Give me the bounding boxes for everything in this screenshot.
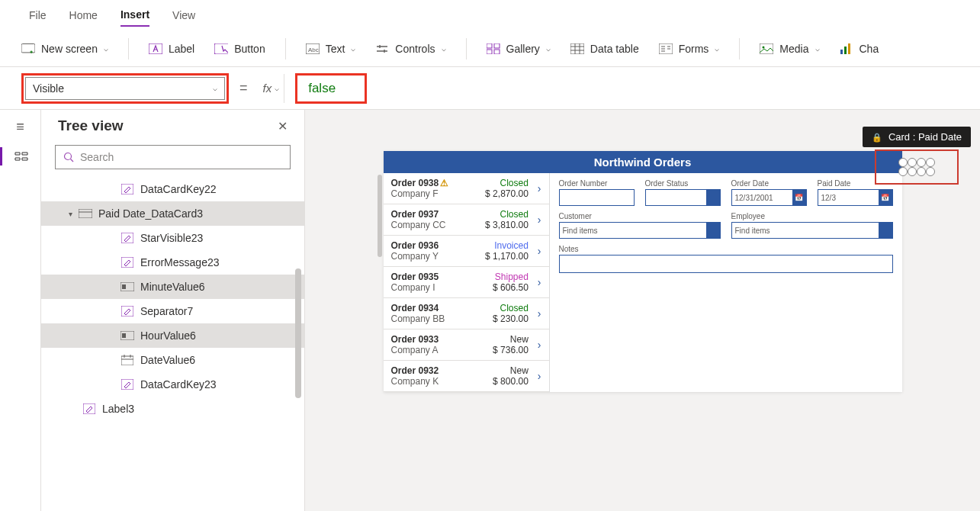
charts-icon [840,42,853,56]
order-price: $ 736.00 [493,345,529,355]
order-status-select[interactable] [645,189,721,206]
svg-rect-10 [659,43,673,54]
notes-label: Notes [559,245,893,253]
menu-insert[interactable]: Insert [120,8,149,27]
tree-item[interactable]: Separator7 [41,299,304,323]
media-button[interactable]: Media ⌵ [760,42,819,56]
order-item[interactable]: Order 0937Company CCClosed$ 3,810.00› [384,204,549,236]
notes-input[interactable] [559,255,893,273]
svg-point-12 [763,46,765,48]
gallery-button[interactable]: Gallery ⌵ [487,42,551,56]
svg-rect-2 [214,43,228,54]
paid-date-val: 12/3 [821,194,836,202]
chevron-down-icon: ⌵ [815,44,820,53]
order-id: Order 0933 [391,334,489,345]
svg-rect-25 [122,333,126,338]
customer-select[interactable]: Find items [559,222,721,239]
order-company: Company K [391,376,489,387]
chevron-down-icon[interactable] [879,223,892,238]
customer-label: Customer [559,212,721,220]
chevron-right-icon[interactable]: › [533,307,541,320]
calendar-icon[interactable]: 📅 [792,190,806,205]
tree-item[interactable]: MinuteValue6 [41,275,304,299]
menu-view[interactable]: View [172,9,195,21]
datatable-icon [570,42,584,56]
order-price: $ 1,170.00 [485,251,529,262]
tree-item[interactable]: DataCardKey22 [41,177,304,201]
edit-icon [120,379,134,390]
chevron-right-icon[interactable]: › [533,339,541,351]
button-button[interactable]: Button [214,42,265,56]
tree-item[interactable]: StarVisible23 [41,226,304,250]
order-company: Company Y [391,251,481,262]
tree-item[interactable]: ▾Paid Date_DataCard3 [41,201,304,226]
svg-rect-13 [840,50,843,54]
search-input[interactable]: Search [55,145,291,169]
label-icon [149,42,162,56]
order-item[interactable]: Order 0935Company IShipped$ 606.50› [384,267,549,298]
svg-rect-14 [844,47,847,54]
menu-file[interactable]: File [29,9,47,21]
svg-rect-6 [494,43,500,48]
controls-button[interactable]: Controls ⌵ [375,42,445,56]
scrollbar[interactable] [378,175,382,257]
formula-input[interactable]: false [295,73,367,104]
property-name: Visible [33,82,64,95]
fx-button[interactable]: fx ⌵ [259,74,285,103]
order-status: Invoiced [485,240,529,251]
tree-list: DataCardKey22▾Paid Date_DataCard3StarVis… [41,177,304,511]
chevron-right-icon[interactable]: › [533,370,541,382]
tree-item[interactable]: DataCardKey23 [41,372,304,397]
tree-item[interactable]: Label3 [41,397,304,421]
order-item[interactable]: Order 0934Company BBClosed$ 230.00› [384,298,549,329]
chevron-right-icon[interactable]: › [533,276,541,288]
tree-item[interactable]: HourValue6 [41,323,304,348]
close-icon[interactable]: ✕ [278,119,288,133]
order-item[interactable]: Order 0933Company ANew$ 736.00› [384,329,549,361]
scrollbar[interactable] [295,268,301,398]
card-tooltip: Card : Paid Date [863,127,971,147]
chevron-right-icon[interactable]: › [533,214,541,226]
selection-handles[interactable] [898,158,935,176]
tree-item-label: StarVisible23 [140,232,203,244]
order-item[interactable]: Order 0932Company KNew$ 800.00› [384,361,549,392]
label-button[interactable]: Label [149,42,194,56]
datatable-button[interactable]: Data table [570,42,639,56]
order-item[interactable]: Order 0936Company YInvoiced$ 1,170.00› [384,236,549,267]
svg-rect-15 [848,43,850,54]
form-area: Order Number Order Status Order Date 12/… [550,173,902,392]
menu-home[interactable]: Home [69,9,98,21]
tree-view-icon[interactable] [0,147,40,166]
order-status: Closed [493,303,529,313]
chevron-right-icon[interactable]: › [533,182,541,194]
new-screen-button[interactable]: New screen ⌵ [21,42,108,56]
edit-icon [82,403,96,414]
paid-date-input[interactable]: 12/3📅 [818,189,893,206]
datatable-btn-text: Data table [590,43,639,55]
order-id: Order 0936 [391,240,481,251]
forms-icon [659,42,673,56]
button-icon [214,42,228,56]
charts-button[interactable]: Cha [840,42,879,56]
forms-button[interactable]: Forms ⌵ [659,42,720,56]
order-date-input[interactable]: 12/31/2001📅 [731,189,807,206]
employee-label: Employee [731,212,893,220]
tree-item[interactable]: DateValue6 [41,348,304,372]
caret-down-icon[interactable]: ▾ [69,210,72,218]
order-number-input[interactable] [559,189,635,206]
hamburger-icon[interactable]: ≡ [16,119,24,135]
calendar-icon[interactable]: 📅 [879,190,892,205]
charts-btn-text: Cha [860,43,879,55]
svg-rect-5 [487,43,492,48]
employee-select[interactable]: Find items [731,222,893,239]
svg-rect-17 [121,184,133,194]
chevron-down-icon[interactable] [706,190,720,205]
tree-item[interactable]: ErrorMessage23 [41,250,304,275]
search-placeholder: Search [80,151,114,163]
order-item[interactable]: Order 0938⚠Company FClosed$ 2,870.00› [384,173,549,204]
property-selector[interactable]: Visible ⌵ [21,73,229,104]
chevron-down-icon[interactable] [706,223,720,238]
text-button[interactable]: Abc Text ⌵ [306,42,356,56]
order-list[interactable]: Order 0938⚠Company FClosed$ 2,870.00›Ord… [384,173,550,392]
chevron-right-icon[interactable]: › [533,245,541,257]
